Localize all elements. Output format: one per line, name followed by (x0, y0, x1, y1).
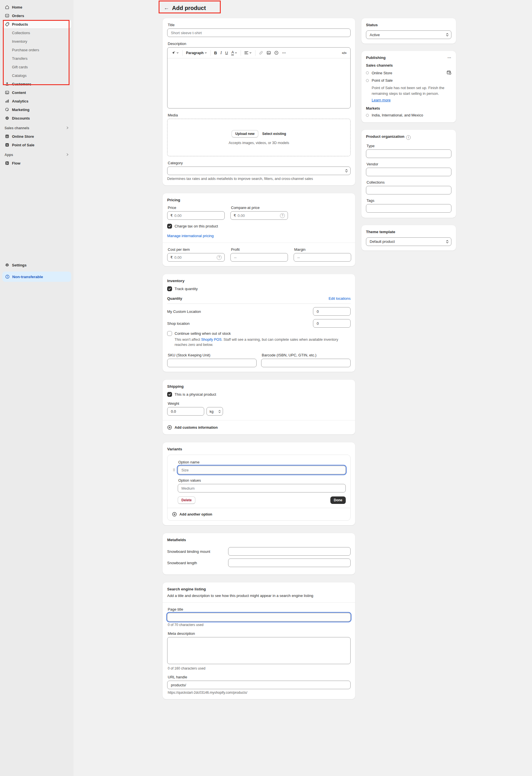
barcode-input[interactable] (261, 359, 351, 367)
drag-handle[interactable]: ⠿ (170, 460, 178, 504)
profit-input[interactable] (230, 253, 288, 261)
pricing-card: Pricing Price ₹ Compare-at price ₹ (163, 193, 355, 266)
edit-locations-link[interactable]: Edit locations (329, 296, 351, 301)
category-label: Category (168, 161, 351, 165)
sidebar-item-analytics[interactable]: Analytics (2, 97, 71, 105)
type-input[interactable] (366, 150, 452, 158)
snowboard-binding-mount-input[interactable] (228, 547, 351, 556)
tags-input[interactable] (366, 204, 452, 213)
collections-input[interactable] (366, 186, 452, 194)
done-button[interactable]: Done (330, 497, 346, 504)
category-select[interactable] (167, 167, 351, 175)
svg-text:S: S (6, 144, 8, 146)
profit-field[interactable] (233, 255, 285, 260)
continue-selling-checkbox[interactable] (167, 331, 172, 336)
info-icon[interactable]: i (406, 135, 411, 140)
html-code-button[interactable]: </> (340, 50, 348, 56)
margin-field[interactable] (297, 255, 348, 260)
price-field[interactable] (174, 213, 221, 218)
sidebar-item-discounts[interactable]: Discounts (2, 114, 71, 123)
cost-per-item-input[interactable]: ₹ ? (167, 253, 225, 261)
underline-button[interactable]: U (224, 49, 229, 56)
learn-more-link[interactable]: Learn more (372, 98, 390, 102)
charge-tax-checkbox[interactable] (167, 224, 172, 229)
publishing-menu-button[interactable]: ⋯ (448, 55, 452, 60)
weight-input[interactable] (167, 407, 204, 416)
option-name-input[interactable] (178, 466, 346, 474)
non-transferable-badge[interactable]: Non-transferable (2, 271, 71, 282)
italic-button[interactable]: I (219, 49, 223, 56)
sidebar-item-purchase-orders[interactable]: Purchase orders (2, 45, 71, 54)
seo-page-title-input[interactable] (167, 613, 351, 621)
sidebar-item-settings[interactable]: Settings (2, 261, 71, 269)
meta-description-textarea[interactable] (167, 637, 351, 664)
insert-image-icon[interactable] (265, 49, 272, 56)
category-hint: Determines tax rates and adds metafields… (167, 177, 351, 181)
delete-option-button[interactable]: Delete (178, 497, 195, 504)
alignment-dropdown[interactable] (243, 50, 253, 56)
sidebar-item-orders[interactable]: Orders (2, 11, 71, 20)
product-details-card: Title Description Paragraph (163, 18, 355, 185)
flow-app-icon (5, 161, 9, 166)
help-question-icon[interactable]: ? (280, 213, 285, 218)
sidebar-item-home[interactable]: Home (2, 3, 71, 11)
insert-video-icon[interactable] (273, 49, 280, 56)
sidebar: Home Orders Products Collections Invento… (0, 0, 73, 776)
sku-input[interactable] (167, 359, 256, 367)
compare-at-price-input[interactable]: ₹ ? (230, 211, 288, 220)
shipping-heading: Shipping (167, 384, 351, 389)
location-row: Shop location (167, 319, 351, 328)
margin-input[interactable] (294, 253, 351, 261)
sidebar-item-catalogs[interactable]: Catalogs (2, 71, 71, 80)
price-input[interactable]: ₹ (167, 211, 225, 220)
sidebar-item-customers[interactable]: Customers (2, 80, 71, 88)
quantity-input-shop-location[interactable] (313, 319, 351, 328)
magic-ai-icon[interactable] (170, 49, 180, 56)
storefront-icon (5, 134, 9, 139)
sidebar-item-gift-cards[interactable]: Gift cards (2, 63, 71, 71)
title-input[interactable] (167, 28, 351, 37)
upload-new-button[interactable]: Upload new (231, 130, 258, 138)
media-label: Media (168, 113, 351, 117)
schedule-calendar-icon[interactable] (447, 70, 452, 76)
help-question-icon[interactable]: ? (217, 255, 221, 260)
snowboard-length-input[interactable] (228, 559, 351, 567)
description-textarea[interactable] (167, 58, 350, 108)
weight-unit-select[interactable]: kg (206, 407, 223, 416)
sidebar-item-content[interactable]: Content (2, 88, 71, 97)
discount-badge-icon (5, 116, 9, 121)
add-another-option-button[interactable]: Add another option (167, 508, 350, 520)
select-existing-button[interactable]: Select existing (262, 132, 286, 136)
more-options-icon[interactable]: ⋯ (281, 49, 287, 56)
paragraph-style-dropdown[interactable]: Paragraph (185, 50, 208, 56)
quantity-input-my-custom-location[interactable] (313, 307, 351, 316)
theme-template-select[interactable]: Default product (366, 237, 452, 246)
url-handle-input[interactable] (167, 681, 351, 689)
apps-header[interactable]: Apps (2, 151, 71, 159)
cost-per-item-field[interactable] (174, 255, 217, 260)
theme-template-card: Theme template Default product (361, 225, 456, 250)
sidebar-item-transfers[interactable]: Transfers (2, 54, 71, 63)
sales-channels-header[interactable]: Sales channels (2, 124, 71, 132)
vendor-input[interactable] (366, 168, 452, 176)
shopify-pos-link[interactable]: Shopify POS (201, 338, 221, 342)
sidebar-item-online-store[interactable]: Online Store (2, 132, 71, 141)
media-dropzone[interactable]: Upload new Select existing Accepts image… (167, 119, 351, 156)
physical-product-checkbox[interactable] (167, 392, 172, 397)
text-color-button[interactable]: A (230, 49, 239, 56)
sidebar-item-marketing[interactable]: Marketing (2, 105, 71, 114)
option-value-input[interactable] (178, 484, 346, 493)
sidebar-item-point-of-sale[interactable]: S Point of Sale (2, 141, 71, 149)
status-select[interactable]: Active (366, 30, 452, 39)
back-arrow-icon[interactable]: ← (164, 5, 169, 11)
link-icon[interactable] (257, 49, 264, 56)
manage-international-pricing-link[interactable]: Manage international pricing (167, 234, 214, 238)
sidebar-item-products[interactable]: Products (2, 20, 71, 28)
sidebar-item-inventory[interactable]: Inventory (2, 37, 71, 45)
compare-at-price-field[interactable] (237, 213, 280, 218)
sidebar-item-collections[interactable]: Collections (2, 28, 71, 37)
add-customs-information-button[interactable]: Add customs information (167, 425, 351, 430)
track-quantity-checkbox[interactable] (167, 286, 172, 291)
sidebar-item-flow[interactable]: Flow (2, 159, 71, 167)
bold-button[interactable]: B (213, 49, 218, 56)
